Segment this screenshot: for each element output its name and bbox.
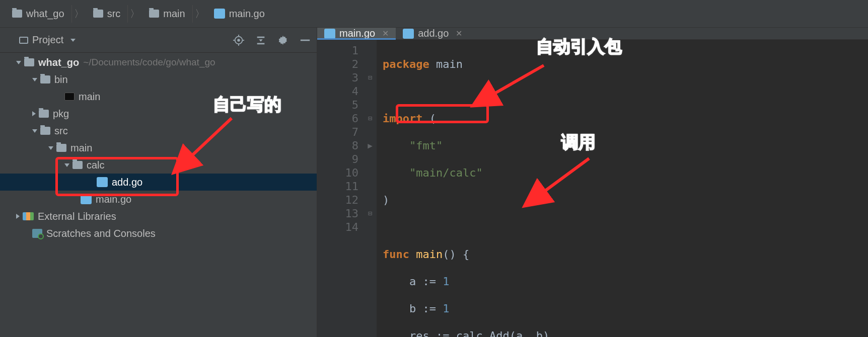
go-file-icon: [403, 29, 414, 39]
project-icon: [19, 37, 28, 44]
code-text: res := calc.Add(a, b): [409, 329, 549, 337]
folder-icon: [149, 10, 159, 18]
editor-tabs: main.go ✕ add.go ✕: [317, 28, 868, 40]
code-number: 1: [443, 302, 449, 315]
line-gutter: 1234567 891011121314: [317, 40, 364, 337]
tree-root[interactable]: what_go ~/Documents/code/go/what_go: [0, 54, 317, 71]
project-panel-title: Project: [32, 34, 63, 46]
project-panel-header: Project: [0, 28, 317, 53]
folder-icon: [73, 161, 83, 169]
binary-icon: [64, 93, 75, 101]
breadcrumb-item-file[interactable]: main.go: [207, 5, 272, 23]
tree-label: pkg: [53, 108, 69, 120]
tab-label: main.go: [339, 28, 375, 39]
code-keyword: package: [383, 58, 429, 70]
folder-icon: [93, 10, 103, 18]
tree-folder-pkg[interactable]: pkg: [0, 105, 317, 122]
dropdown-icon: [70, 39, 76, 42]
svg-rect-8: [257, 43, 265, 44]
breadcrumb-label: main: [163, 8, 185, 20]
tab-main-go[interactable]: main.go ✕: [317, 28, 396, 39]
tree-folder-src[interactable]: src: [0, 122, 317, 139]
tree-label: main: [79, 91, 100, 103]
tab-add-go[interactable]: add.go ✕: [396, 28, 469, 39]
locate-icon[interactable]: [233, 35, 244, 46]
breadcrumb-item-main[interactable]: main: [142, 5, 192, 23]
tree-folder-src-main[interactable]: main: [0, 139, 317, 156]
close-icon[interactable]: ✕: [382, 29, 389, 38]
code-ident: main: [436, 58, 463, 70]
code-punct: (: [429, 112, 436, 125]
tree-label: External Libraries: [38, 211, 116, 222]
tree-file-main-go[interactable]: main.go: [0, 191, 317, 208]
tree-file-add-go[interactable]: add.go: [0, 174, 317, 191]
svg-rect-6: [257, 36, 265, 38]
project-tree: what_go ~/Documents/code/go/what_go bin …: [0, 53, 317, 337]
fold-close-icon[interactable]: ⊟: [364, 207, 377, 220]
code-body[interactable]: package main import ( "fmt" "main/calc" …: [377, 40, 868, 337]
tree-file-bin-main[interactable]: main: [0, 88, 317, 105]
fold-close-icon[interactable]: ⊟: [364, 112, 377, 125]
code-keyword: func: [383, 248, 409, 261]
folder-icon: [24, 58, 34, 66]
code-punct: ): [383, 194, 389, 206]
tree-label: calc: [87, 159, 105, 171]
run-gutter-icon[interactable]: ▶: [364, 139, 377, 152]
chevron-right-icon: 〉: [193, 7, 207, 21]
code-number: 1: [443, 275, 449, 288]
tree-folder-bin[interactable]: bin: [0, 71, 317, 88]
breadcrumb-label: src: [107, 8, 121, 20]
go-file-icon: [324, 29, 335, 39]
folder-icon: [56, 144, 66, 152]
folder-icon: [40, 75, 50, 83]
gear-icon[interactable]: [277, 35, 288, 46]
folder-icon: [40, 127, 50, 135]
tree-folder-calc[interactable]: calc: [0, 156, 317, 174]
code-text: b :=: [409, 302, 443, 315]
code-keyword: import: [383, 112, 422, 125]
fold-open-icon[interactable]: ⊟: [364, 71, 377, 85]
folder-icon: [12, 10, 22, 18]
go-file-icon: [81, 194, 92, 204]
breadcrumb-label: main.go: [229, 8, 265, 20]
tree-label: src: [54, 125, 68, 137]
tree-label: bin: [54, 74, 68, 86]
code-string: "fmt": [409, 139, 443, 152]
tab-label: add.go: [418, 28, 449, 39]
project-view-selector[interactable]: Project: [19, 34, 76, 46]
breadcrumb: what_go 〉 src 〉 main 〉 main.go: [0, 0, 868, 28]
go-file-icon: [214, 9, 225, 19]
chevron-right-icon: 〉: [128, 7, 142, 21]
svg-marker-7: [259, 39, 262, 42]
tree-root-label: what_go: [38, 57, 79, 68]
scratches-icon: [32, 229, 42, 238]
go-file-icon: [97, 177, 108, 187]
editor-area: main.go ✕ add.go ✕ 1234567 891011121314 …: [317, 28, 868, 337]
breadcrumb-item-root[interactable]: what_go: [5, 5, 72, 23]
tree-label: main: [70, 142, 92, 154]
close-icon[interactable]: ✕: [456, 29, 462, 38]
breadcrumb-item-src[interactable]: src: [86, 5, 128, 23]
expand-collapse-icon[interactable]: [255, 35, 266, 46]
project-panel: Project what_go: [0, 28, 317, 337]
tree-scratches[interactable]: Scratches and Consoles: [0, 225, 317, 242]
code-punct: () {: [443, 248, 469, 261]
code-text: a :=: [409, 275, 443, 288]
tree-label: Scratches and Consoles: [46, 228, 156, 239]
code-func: main: [416, 248, 443, 261]
tree-root-path: ~/Documents/code/go/what_go: [83, 57, 215, 68]
svg-point-1: [238, 39, 240, 41]
fold-gutter: ⊟ ⊟ ▶ ⊟: [364, 40, 377, 337]
code-editor[interactable]: 1234567 891011121314 ⊟ ⊟ ▶ ⊟ package mai…: [317, 40, 868, 337]
tree-external-libraries[interactable]: External Libraries: [0, 208, 317, 225]
tree-label: add.go: [112, 177, 142, 188]
libraries-icon: [23, 212, 34, 220]
tree-label: main.go: [96, 194, 131, 205]
code-string: "main/calc": [409, 166, 483, 179]
breadcrumb-label: what_go: [26, 8, 64, 20]
chevron-right-icon: 〉: [72, 7, 86, 21]
hide-panel-icon[interactable]: [300, 35, 311, 46]
folder-icon: [39, 110, 49, 118]
